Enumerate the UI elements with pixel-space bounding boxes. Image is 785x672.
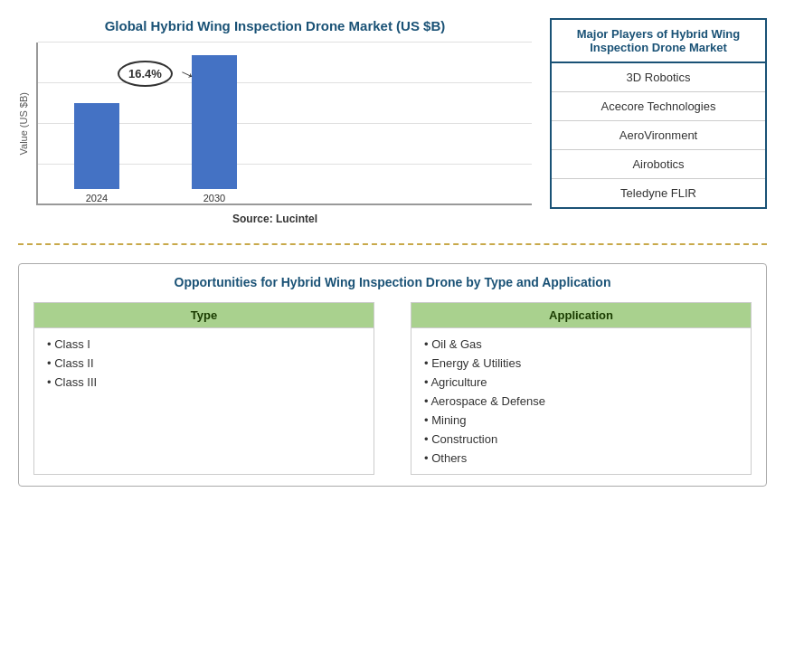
app-item-6: Construction — [424, 432, 738, 446]
players-title: Major Players of Hybrid Wing Inspection … — [552, 20, 765, 63]
type-item-2: Class II — [47, 356, 361, 370]
opportunities-title: Opportunities for Hybrid Wing Inspection… — [33, 275, 752, 289]
player-item-1: 3D Robotics — [552, 63, 765, 92]
bar-2024-label: 2024 — [86, 193, 108, 203]
app-item-2: Energy & Utilities — [424, 356, 738, 370]
type-body: Class I Class II Class III — [34, 328, 374, 398]
cagr-arrow: → — [175, 61, 200, 87]
players-section: Major Players of Hybrid Wing Inspection … — [550, 18, 767, 209]
opp-columns: Type Class I Class II Class III Applicat… — [33, 302, 752, 475]
app-item-4: Aerospace & Defense — [424, 394, 738, 408]
player-item-4: Airobotics — [552, 150, 765, 179]
chart-section: Global Hybrid Wing Inspection Drone Mark… — [18, 18, 532, 225]
source-text: Source: Lucintel — [232, 213, 317, 225]
main-container: Global Hybrid Wing Inspection Drone Mark… — [0, 0, 785, 672]
app-item-5: Mining — [424, 413, 738, 427]
type-column: Type Class I Class II Class III — [33, 302, 374, 475]
bar-2024-rect — [74, 103, 119, 189]
bar-2024: 2024 — [74, 43, 119, 203]
type-item-3: Class III — [47, 375, 361, 389]
divider — [18, 243, 767, 245]
app-item-1: Oil & Gas — [424, 337, 738, 351]
application-header: Application — [411, 303, 751, 328]
player-item-3: AeroVironment — [552, 121, 765, 150]
player-item-5: Teledyne FLIR — [552, 179, 765, 207]
app-item-7: Others — [424, 451, 738, 465]
bar-2030-label: 2030 — [203, 193, 225, 203]
y-axis-label: Value (US $B) — [18, 92, 29, 156]
player-item-2: Acecore Technologies — [552, 92, 765, 121]
application-column: Application Oil & Gas Energy & Utilities… — [411, 302, 752, 475]
top-section: Global Hybrid Wing Inspection Drone Mark… — [18, 18, 767, 225]
application-body: Oil & Gas Energy & Utilities Agriculture… — [411, 328, 751, 474]
type-header: Type — [34, 303, 374, 328]
cagr-bubble: 16.4% — [118, 61, 173, 87]
app-item-3: Agriculture — [424, 375, 738, 389]
chart-title: Global Hybrid Wing Inspection Drone Mark… — [105, 18, 446, 33]
bar-2030-rect — [192, 55, 237, 189]
type-item-1: Class I — [47, 337, 361, 351]
opportunities-section: Opportunities for Hybrid Wing Inspection… — [18, 263, 767, 487]
